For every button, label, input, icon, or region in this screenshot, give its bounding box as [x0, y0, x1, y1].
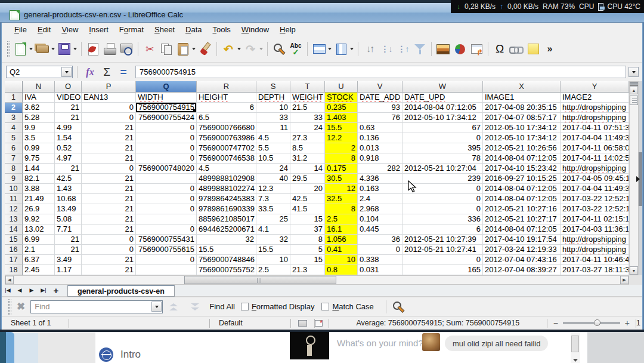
- cell-U6[interactable]: 2: [325, 143, 358, 153]
- last-sheet-icon[interactable]: ▶|: [38, 285, 49, 296]
- scroll-down-icon[interactable]: ▼: [630, 266, 638, 275]
- cell-S17[interactable]: 10: [256, 255, 290, 265]
- cell-X17[interactable]: 2012-07-04 07:43:16: [483, 255, 561, 265]
- cell-W12[interactable]: 0: [402, 204, 483, 214]
- row-header-13[interactable]: 13: [5, 214, 23, 224]
- column-header-R[interactable]: R: [197, 81, 256, 93]
- cell-W7[interactable]: 78: [402, 153, 483, 164]
- cell-S11[interactable]: 7.3: [256, 194, 290, 204]
- cell-O4[interactable]: 4.99: [55, 123, 82, 133]
- cell-S12[interactable]: 33.5: [256, 204, 290, 214]
- checkbox-icon[interactable]: [321, 303, 329, 310]
- menu-file[interactable]: File: [9, 24, 32, 35]
- autofilter-button[interactable]: [411, 40, 428, 58]
- undo-dropdown-icon[interactable]: [237, 48, 241, 50]
- paste-button[interactable]: [175, 40, 197, 58]
- cell-S7[interactable]: 10.5: [256, 153, 290, 164]
- next-sheet-icon[interactable]: ▶: [26, 285, 38, 296]
- cell-R17[interactable]: 7569000748846: [197, 255, 256, 265]
- cell-U11[interactable]: 32.5: [325, 194, 358, 204]
- cell-R8[interactable]: 4.5: [197, 164, 256, 174]
- sort-button[interactable]: [361, 40, 378, 58]
- cell-Y12[interactable]: 2017-03-22 12:52:1: [561, 204, 629, 214]
- cell-T6[interactable]: 8.5: [290, 143, 325, 153]
- column-header-T[interactable]: T: [290, 81, 325, 93]
- insert-chart-button[interactable]: [451, 40, 468, 58]
- cell-T16[interactable]: 5: [290, 245, 325, 255]
- cell-R7[interactable]: 7569000746538: [197, 153, 256, 164]
- cell-Y5[interactable]: 2017-04-04 11:49:3: [561, 133, 629, 143]
- cell-O14[interactable]: 7.71: [55, 224, 82, 235]
- cell-N1[interactable]: IVA: [23, 93, 55, 103]
- cell-P5[interactable]: 21: [82, 133, 136, 143]
- cell-U7[interactable]: 8: [325, 153, 358, 164]
- cell-Y16[interactable]: http://dropshipping: [561, 245, 629, 255]
- new-document-dropdown-icon[interactable]: [29, 48, 33, 50]
- cell-O3[interactable]: 21: [55, 113, 82, 123]
- cell-P3[interactable]: 0: [82, 113, 136, 123]
- menu-window[interactable]: Window: [236, 24, 274, 35]
- formula-input[interactable]: [136, 66, 626, 78]
- cell-Y15[interactable]: http://dropshipping: [561, 235, 629, 245]
- cell-T12[interactable]: 41.5: [290, 204, 325, 214]
- cell-N16[interactable]: 2.1: [23, 245, 55, 255]
- row-header-9[interactable]: 9: [5, 174, 23, 184]
- redo-dropdown-icon[interactable]: [259, 48, 263, 50]
- cell-U3[interactable]: 1.403: [325, 113, 358, 123]
- cell-T3[interactable]: 33: [290, 113, 325, 123]
- cell-Q10[interactable]: 0: [136, 184, 197, 194]
- zoom-slider-thumb[interactable]: [594, 319, 600, 326]
- post-composer-placeholder[interactable]: What's on your mind?: [337, 338, 423, 348]
- find-input[interactable]: [31, 302, 144, 311]
- print-button[interactable]: [101, 40, 118, 58]
- cell-U14[interactable]: 16.1: [325, 224, 358, 235]
- cell-U12[interactable]: 8: [325, 204, 358, 214]
- cell-P6[interactable]: 21: [82, 143, 136, 153]
- cell-T2[interactable]: 21.5: [290, 103, 325, 113]
- column-header-S[interactable]: S: [256, 81, 290, 93]
- cell-O5[interactable]: 1.54: [55, 133, 82, 143]
- cell-U16[interactable]: 0.41: [325, 245, 358, 255]
- cell-N5[interactable]: 3.5: [23, 133, 55, 143]
- cell-W9[interactable]: 239: [402, 174, 483, 184]
- cut-button[interactable]: [141, 40, 158, 58]
- cell-Q3[interactable]: 7569000755424: [136, 113, 197, 123]
- cell-R15[interactable]: 32: [197, 235, 256, 245]
- cell-X9[interactable]: 2016-09-27 10:15:25: [483, 174, 561, 184]
- menu-view[interactable]: View: [56, 24, 83, 35]
- cell-X8[interactable]: 2017-04-10 15:23:42: [483, 164, 561, 174]
- cell-T15[interactable]: 8: [290, 235, 325, 245]
- cell-N8[interactable]: 1.44: [23, 164, 55, 174]
- cell-V14[interactable]: 0.445: [358, 224, 402, 235]
- cell-V13[interactable]: 0.104: [358, 214, 402, 224]
- menu-data[interactable]: Data: [180, 24, 207, 35]
- cell-V18[interactable]: 0.031: [358, 265, 402, 275]
- previous-sheet-icon[interactable]: ◀: [14, 285, 26, 296]
- cell-S3[interactable]: 33: [256, 113, 290, 123]
- row-header-12[interactable]: 12: [5, 204, 23, 214]
- cell-U15[interactable]: 1.056: [325, 235, 358, 245]
- cell-Q14[interactable]: 0: [136, 224, 197, 235]
- cell-O7[interactable]: 4.97: [55, 153, 82, 164]
- open-button[interactable]: [34, 40, 56, 58]
- cell-P11[interactable]: 21: [82, 194, 136, 204]
- cell-T1[interactable]: WEIGHT: [290, 93, 325, 103]
- find-combobox[interactable]: [30, 300, 163, 313]
- cell-X12[interactable]: 2012-05-21 10:27:16: [483, 204, 561, 214]
- cell-S2[interactable]: 10: [256, 103, 290, 113]
- cell-T14[interactable]: 37: [290, 224, 325, 235]
- checkbox-icon[interactable]: [241, 303, 249, 310]
- cell-V11[interactable]: 2.4: [358, 194, 402, 204]
- horizontal-scrollbar[interactable]: ◀ ▶: [5, 275, 629, 285]
- toolbar-overflow-button[interactable]: [541, 40, 558, 58]
- cell-S13[interactable]: 25: [256, 214, 290, 224]
- cell-S9[interactable]: 40: [256, 174, 290, 184]
- cell-Q4[interactable]: 0: [136, 123, 197, 133]
- row-header-7[interactable]: 7: [5, 153, 23, 164]
- page-style-status[interactable]: Default: [210, 319, 290, 327]
- cell-O13[interactable]: 5.08: [55, 214, 82, 224]
- cell-Q13[interactable]: [136, 214, 197, 224]
- first-sheet-icon[interactable]: |◀: [2, 285, 14, 296]
- cell-P1[interactable]: EAN13: [82, 93, 136, 103]
- cell-T13[interactable]: 15: [290, 214, 325, 224]
